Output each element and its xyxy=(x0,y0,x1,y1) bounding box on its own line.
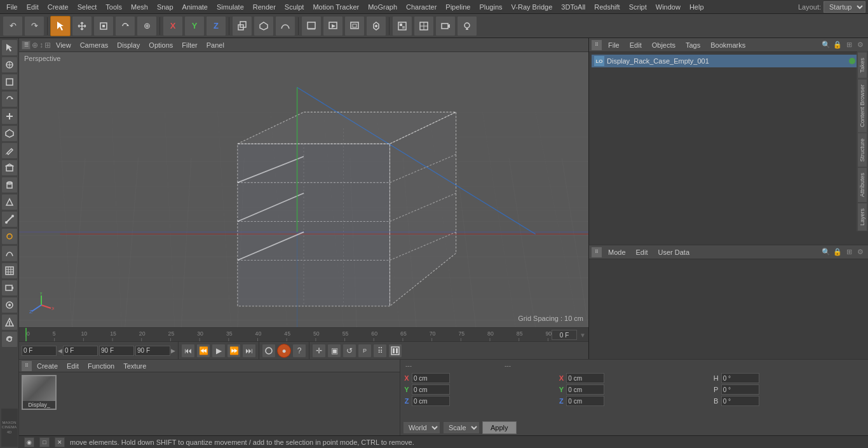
objects-file-menu[interactable]: File xyxy=(604,41,623,50)
rotate-tool-button[interactable] xyxy=(115,16,135,36)
coord-apply-button[interactable]: Apply xyxy=(482,421,517,434)
coord-world-dropdown[interactable]: World xyxy=(403,421,440,434)
objects-expand-icon[interactable]: ⊞ xyxy=(844,40,854,50)
viewport-cameras-menu[interactable]: Cameras xyxy=(76,41,112,50)
coord-size-z-input[interactable] xyxy=(566,396,604,406)
polygon-mode-button[interactable] xyxy=(254,16,274,36)
go-end-button[interactable]: ⏭ xyxy=(242,344,256,358)
menu-window[interactable]: Window xyxy=(652,2,684,12)
viewport-3d[interactable]: Perspective Grid Spacing : 10 cm X Y Z xyxy=(19,52,588,327)
status-icon-2[interactable]: □ xyxy=(39,437,50,447)
material-thumbnail[interactable]: Display_ xyxy=(22,375,57,410)
coord-rot-h-input[interactable] xyxy=(721,373,759,383)
menu-mograph[interactable]: MoGraph xyxy=(364,2,401,12)
tool-edge[interactable] xyxy=(1,211,18,227)
tool-unknown4[interactable] xyxy=(1,331,18,348)
tool-brush[interactable] xyxy=(1,228,18,245)
coord-size-y-input[interactable] xyxy=(566,384,604,395)
menu-snap[interactable]: Snap xyxy=(153,2,177,12)
coord-scale-dropdown[interactable]: Scale xyxy=(443,421,480,434)
axis-y-button[interactable]: Y xyxy=(184,16,205,36)
render-project-button[interactable] xyxy=(344,16,365,36)
current-frame-display[interactable] xyxy=(552,330,577,340)
menu-file[interactable]: File xyxy=(3,2,22,12)
snap-key-button[interactable] xyxy=(388,344,402,358)
end-frame-input[interactable] xyxy=(135,346,170,356)
move-tool-button[interactable] xyxy=(72,16,92,36)
object-mode-button[interactable] xyxy=(232,16,252,36)
render-view-button[interactable] xyxy=(323,16,343,36)
record-button[interactable]: ● xyxy=(277,344,291,358)
attr-userdata-menu[interactable]: User Data xyxy=(654,248,694,257)
menu-mesh[interactable]: Mesh xyxy=(127,2,152,12)
menu-select[interactable]: Select xyxy=(74,2,101,12)
menu-animate[interactable]: Animate xyxy=(179,2,212,12)
takes-tab[interactable]: Takes xyxy=(857,52,867,79)
next-frame-button[interactable]: ⏩ xyxy=(227,344,241,358)
mat-edit-menu[interactable]: Edit xyxy=(63,362,83,370)
play-button[interactable]: ▶ xyxy=(212,344,226,358)
tool-select[interactable] xyxy=(1,39,18,56)
tool-unknown1[interactable] xyxy=(1,194,18,210)
go-start-button[interactable]: ⏮ xyxy=(181,344,195,358)
mat-function-menu[interactable]: Function xyxy=(84,362,118,370)
menu-3dtoall[interactable]: 3DToAll xyxy=(557,2,589,12)
tool-box[interactable] xyxy=(1,160,18,176)
motion-path-button[interactable]: ✛ xyxy=(312,344,326,358)
menu-simulate[interactable]: Simulate xyxy=(213,2,248,12)
attr-expand-icon[interactable]: ⊞ xyxy=(844,247,854,257)
scale-tool-button[interactable] xyxy=(93,16,114,36)
coord-size-x-input[interactable] xyxy=(566,373,604,383)
tool-sphere[interactable] xyxy=(1,125,18,142)
attr-settings-icon[interactable]: ⚙ xyxy=(855,247,865,257)
coord-rot-b-input[interactable] xyxy=(721,396,759,406)
objects-search-icon[interactable]: 🔍 xyxy=(821,40,831,50)
prev-frame-button[interactable]: ⏪ xyxy=(196,344,210,358)
wireframe-button[interactable] xyxy=(414,16,434,36)
keyframe-button[interactable]: ▣ xyxy=(327,344,341,358)
viewport-panel-menu[interactable]: Panel xyxy=(203,41,228,50)
status-icon-1[interactable]: ◉ xyxy=(24,437,34,447)
attr-mode-menu[interactable]: Mode xyxy=(604,248,630,257)
menu-pipeline[interactable]: Pipeline xyxy=(442,2,474,12)
objects-objects-menu[interactable]: Objects xyxy=(648,41,679,50)
objects-edit-menu[interactable]: Edit xyxy=(626,41,646,50)
menu-script[interactable]: Script xyxy=(625,2,651,12)
menu-vray[interactable]: V-Ray Bridge xyxy=(508,2,557,12)
preview-start-input[interactable] xyxy=(63,346,98,356)
menu-create[interactable]: Create xyxy=(44,2,72,12)
start-frame-input[interactable] xyxy=(22,346,57,356)
select-tool-button[interactable] xyxy=(50,16,71,36)
content-browser-tab[interactable]: Content Browser xyxy=(857,79,867,133)
tool-spline[interactable] xyxy=(1,245,18,262)
auto-key-button[interactable]: ? xyxy=(292,344,306,358)
attributes-tab[interactable]: Attributes xyxy=(857,167,867,203)
edit-render-settings-button[interactable] xyxy=(366,16,386,36)
coord-pos-x-input[interactable] xyxy=(412,373,450,383)
coord-rot-p-input[interactable] xyxy=(721,384,759,395)
menu-character[interactable]: Character xyxy=(402,2,440,12)
menu-redshift[interactable]: Redshift xyxy=(590,2,623,12)
menu-help[interactable]: Help xyxy=(686,2,708,12)
transform-tool-button[interactable]: ⊕ xyxy=(137,16,157,36)
objects-settings-icon[interactable]: ⚙ xyxy=(855,40,865,50)
render-region-button[interactable] xyxy=(301,16,322,36)
coord-pos-z-input[interactable] xyxy=(412,396,450,406)
viewport-menu-icon[interactable]: ☰ xyxy=(22,41,31,50)
undo-button[interactable]: ↶ xyxy=(3,16,23,36)
tool-add[interactable] xyxy=(1,108,18,125)
mat-create-menu[interactable]: Create xyxy=(33,362,62,370)
tool-paint[interactable] xyxy=(1,57,18,73)
attr-lock-icon[interactable]: 🔒 xyxy=(832,247,843,257)
tool-cylinder[interactable] xyxy=(1,177,18,193)
timeline-ruler[interactable]: 0 5 10 15 20 25 30 xyxy=(19,327,588,341)
menu-motion-tracker[interactable]: Motion Tracker xyxy=(309,2,363,12)
timeline-button[interactable]: ↺ xyxy=(342,344,356,358)
menu-tools[interactable]: Tools xyxy=(102,2,126,12)
objects-bookmarks-menu[interactable]: Bookmarks xyxy=(707,41,749,50)
tool-rotate[interactable] xyxy=(1,91,18,107)
menu-sculpt[interactable]: Sculpt xyxy=(281,2,308,12)
preview-end-input[interactable] xyxy=(99,346,134,356)
attr-search-icon[interactable]: 🔍 xyxy=(821,247,831,257)
object-row[interactable]: LO Display_Rack_Case_Empty_001 xyxy=(592,55,865,67)
